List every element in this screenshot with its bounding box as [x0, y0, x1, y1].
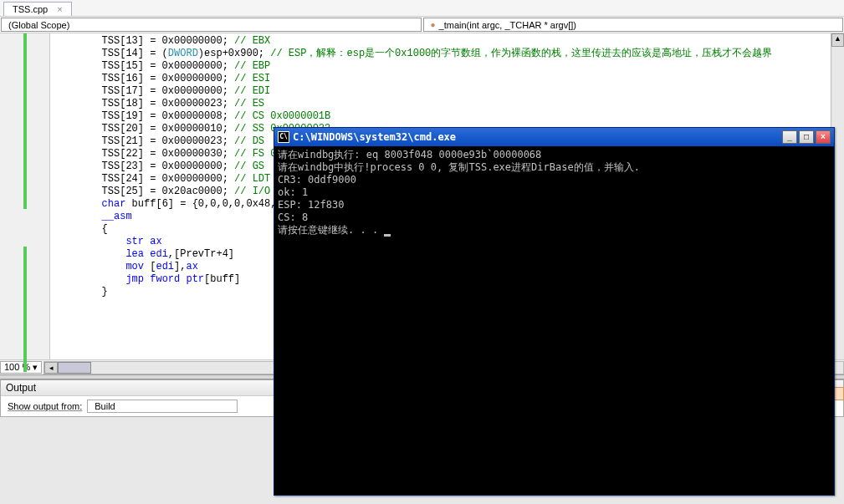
cmd-window[interactable]: C\ C:\WINDOWS\system32\cmd.exe _ □ × 请在w… [274, 127, 835, 496]
cmd-cursor [384, 234, 391, 237]
cmd-title-text: C:\WINDOWS\system32\cmd.exe [293, 131, 456, 143]
scope-right-icon: ● [431, 20, 436, 29]
scroll-thumb[interactable] [58, 362, 91, 374]
file-tab[interactable]: TSS.cpp × [3, 2, 72, 16]
cmd-line: CR3: 0ddf9000 [278, 174, 831, 186]
editor-gutter [0, 33, 50, 359]
cmd-output: 请在windbg执行: eq 8003f048 0000e93b`0000006… [274, 146, 834, 239]
code-line[interactable]: TSS[17] = 0x00000000; // EDI [54, 85, 841, 98]
maximize-button[interactable]: □ [799, 130, 814, 144]
scope-right-text: _tmain(int argc, _TCHAR * argv[]) [439, 20, 576, 30]
output-source-value: Build [95, 401, 115, 411]
change-marker [23, 33, 27, 209]
editor-tab-bar: TSS.cpp × [0, 0, 844, 17]
file-tab-label: TSS.cpp [13, 4, 48, 14]
close-tab-icon[interactable]: × [57, 4, 62, 14]
scroll-left-icon[interactable]: ◂ [44, 362, 58, 374]
zoom-dropdown[interactable]: 100 % ▾ [0, 361, 42, 374]
cmd-line: CS: 8 [278, 211, 831, 224]
cmd-line: 请在windbg执行: eq 8003f048 0000e93b`0000006… [278, 149, 831, 161]
scope-dropdown-right[interactable]: ● _tmain(int argc, _TCHAR * argv[]) [423, 18, 844, 32]
output-source-dropdown[interactable]: Build [87, 400, 238, 413]
scroll-up-icon[interactable]: ▲ [831, 33, 844, 47]
code-line[interactable]: TSS[15] = 0x00000000; // EBP [54, 60, 841, 73]
code-line[interactable]: TSS[13] = 0x00000000; // EBX [54, 35, 841, 48]
scope-left-text: (Global Scope) [8, 20, 69, 30]
cmd-line: 请按任意键继续. . . [278, 224, 831, 237]
minimize-button[interactable]: _ [782, 130, 797, 144]
code-line[interactable]: TSS[16] = 0x00000000; // ESI [54, 73, 841, 85]
code-line[interactable]: TSS[14] = (DWORD)esp+0x900; // ESP，解释：es… [54, 48, 841, 60]
output-from-label: Show output from: [8, 401, 82, 411]
code-line[interactable]: TSS[18] = 0x00000023; // ES [54, 98, 841, 110]
cmd-icon: C\ [278, 131, 289, 143]
change-marker [23, 247, 27, 372]
close-button[interactable]: × [816, 130, 831, 144]
code-line[interactable]: TSS[19] = 0x00000008; // CS 0x0000001B [54, 110, 841, 123]
scope-bar: (Global Scope) ● _tmain(int argc, _TCHAR… [0, 17, 844, 33]
chevron-down-icon: ▾ [33, 362, 38, 372]
cmd-line: ok: 1 [278, 186, 831, 199]
cmd-titlebar[interactable]: C\ C:\WINDOWS\system32\cmd.exe _ □ × [274, 128, 834, 146]
cmd-line: ESP: 12f830 [278, 199, 831, 211]
cmd-line: 请在windbg中执行!process 0 0, 复制TSS.exe进程DirB… [278, 161, 831, 174]
scope-dropdown-left[interactable]: (Global Scope) [1, 18, 422, 32]
